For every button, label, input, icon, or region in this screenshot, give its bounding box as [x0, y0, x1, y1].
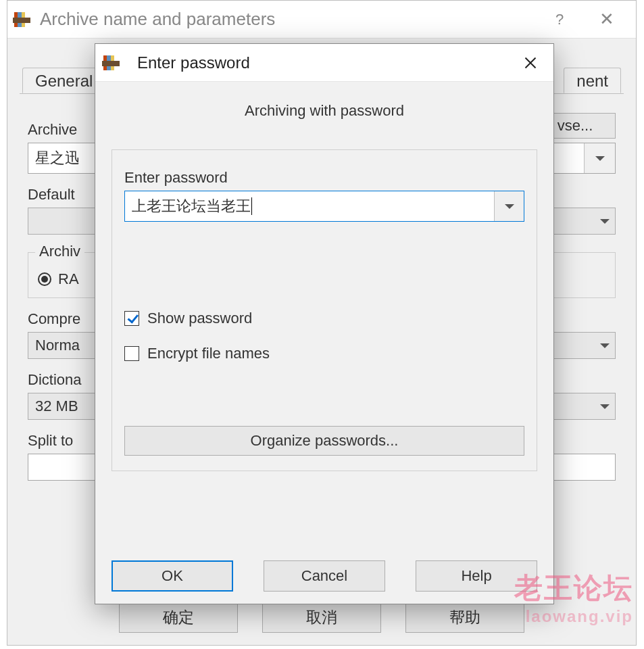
pw-close-button[interactable] — [510, 44, 551, 82]
parent-titlebar: Archive name and parameters ? ✕ — [7, 1, 636, 39]
enter-password-label: Enter password — [124, 169, 524, 187]
parent-help-button[interactable]: ? — [536, 1, 583, 39]
chevron-down-icon — [595, 404, 615, 409]
parent-close-button[interactable]: ✕ — [583, 1, 630, 39]
chevron-down-icon — [505, 204, 514, 209]
show-password-checkbox[interactable]: Show password — [124, 310, 524, 327]
parent-cancel-button[interactable]: 取消 — [262, 602, 381, 633]
organize-passwords-button[interactable]: Organize passwords... — [124, 426, 524, 456]
pw-button-row: OK Cancel Help — [112, 560, 537, 592]
encrypt-file-names-checkbox[interactable]: Encrypt file names — [124, 345, 524, 362]
chevron-down-icon — [595, 156, 605, 161]
tab-last-fragment[interactable]: nent — [564, 68, 621, 93]
radio-checked-icon — [38, 272, 51, 286]
password-combo[interactable]: 上老王论坛当老王 — [124, 191, 524, 222]
enter-password-dialog: Enter password Archiving with password E… — [95, 43, 554, 604]
archive-format-legend: Archiv — [35, 243, 84, 260]
chevron-down-icon — [595, 343, 615, 348]
pw-body: Archiving with password Enter password 上… — [95, 82, 553, 604]
password-input[interactable]: 上老王论坛当老王 — [125, 191, 494, 221]
pw-group: Enter password 上老王论坛当老王 Show password En… — [112, 149, 537, 471]
chevron-down-icon — [595, 219, 615, 224]
password-dropdown-arrow[interactable] — [494, 191, 524, 221]
checkbox-checked-icon — [124, 311, 139, 326]
close-icon — [524, 56, 537, 70]
parent-title: Archive name and parameters — [40, 9, 536, 30]
pw-help-button[interactable]: Help — [416, 560, 537, 592]
pw-subtitle: Archiving with password — [112, 82, 537, 149]
pw-titlebar: Enter password — [95, 44, 553, 82]
parent-help-button[interactable]: 帮助 — [405, 602, 524, 633]
text-caret — [251, 197, 252, 215]
winrar-icon — [102, 54, 120, 72]
checkbox-unchecked-icon — [124, 346, 139, 361]
parent-button-row: 确定 取消 帮助 — [7, 602, 636, 633]
archive-name-dropdown-arrow[interactable] — [584, 143, 615, 173]
pw-cancel-button[interactable]: Cancel — [264, 560, 385, 592]
tab-general[interactable]: General — [22, 68, 105, 93]
pw-ok-button[interactable]: OK — [112, 560, 233, 592]
winrar-icon — [13, 11, 30, 28]
parent-ok-button[interactable]: 确定 — [119, 602, 238, 633]
pw-title: Enter password — [137, 53, 510, 72]
